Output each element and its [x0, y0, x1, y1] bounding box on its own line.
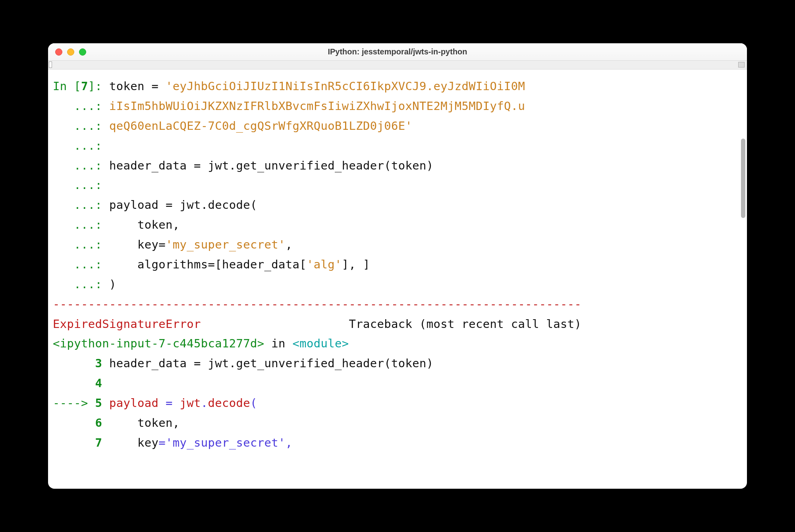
ipython-continuation: ...:	[53, 119, 109, 133]
ipython-continuation: ...:	[53, 178, 109, 192]
window-titlebar: IPython: jesstemporal/jwts-in-python	[48, 43, 747, 61]
code-text: )	[109, 278, 116, 291]
string-literal: iIsIm5hbWUiOiJKZXNzIFRlbXBvcmFsIiwiZXhwI…	[109, 99, 525, 113]
string-literal: 'alg'	[307, 258, 342, 271]
string-literal: 'eyJhbGciOiJIUzI1NiIsInR5cCI6IkpXVCJ9.ey…	[166, 79, 525, 93]
traceback-separator: ----------------------------------------…	[53, 297, 581, 311]
code-text: header_data = jwt.get_unverified_header(…	[109, 159, 433, 172]
code-text: payload = jwt.decode(	[109, 198, 257, 212]
ipython-prompt: In [7]:	[53, 79, 109, 93]
error-name: ExpiredSignatureError	[53, 317, 201, 331]
terminal-content-wrapper: In [7]: token = 'eyJhbGciOiJIUzI1NiIsInR…	[48, 69, 747, 489]
code-text: key=	[109, 238, 166, 251]
terminal-content[interactable]: In [7]: token = 'eyJhbGciOiJIUzI1NiIsInR…	[48, 69, 747, 453]
toolbar-tab-marker	[49, 62, 52, 68]
minimize-button[interactable]	[67, 48, 74, 56]
scrollbar-thumb[interactable]	[741, 139, 745, 218]
line-number: 3	[95, 357, 102, 370]
ipython-continuation: ...:	[53, 99, 109, 113]
string-literal: qeQ60enLaCQEZ-7C0d_cgQSrWfgXRQuoB1LZD0j0…	[109, 119, 412, 133]
ipython-continuation: ...:	[53, 159, 109, 172]
line-number: 5	[95, 396, 102, 410]
ipython-continuation: ...:	[53, 238, 109, 251]
input-ref: <ipython-input-7-c445bca1277d>	[53, 337, 264, 350]
line-number: 7	[95, 436, 102, 449]
ipython-continuation: ...:	[53, 218, 109, 231]
code-text: algorithms=[header_data[	[109, 258, 307, 271]
traffic-lights	[48, 48, 86, 56]
terminal-window: IPython: jesstemporal/jwts-in-python In …	[48, 43, 747, 489]
traceback-arrow: ---->	[53, 396, 95, 410]
traceback-code: header_data = jwt.get_unverified_header(…	[102, 357, 433, 370]
ipython-continuation: ...:	[53, 278, 109, 291]
line-number: 6	[95, 416, 102, 430]
code-text: token =	[109, 79, 166, 93]
close-button[interactable]	[55, 48, 62, 56]
code-text: token,	[109, 218, 180, 231]
scrollbar-track[interactable]	[740, 71, 745, 487]
line-number: 4	[95, 376, 102, 390]
window-title: IPython: jesstemporal/jwts-in-python	[48, 47, 747, 56]
string-literal: 'my_super_secret'	[166, 238, 286, 251]
toolbar-grip-icon	[738, 62, 745, 67]
module-word: <module>	[292, 337, 349, 350]
ipython-continuation: ...:	[53, 258, 109, 271]
zoom-button[interactable]	[79, 48, 86, 56]
traceback-label: Traceback (most recent call last)	[349, 317, 582, 331]
window-toolbar	[48, 61, 747, 69]
ipython-continuation: ...:	[53, 198, 109, 212]
ipython-continuation: ...:	[53, 139, 109, 152]
